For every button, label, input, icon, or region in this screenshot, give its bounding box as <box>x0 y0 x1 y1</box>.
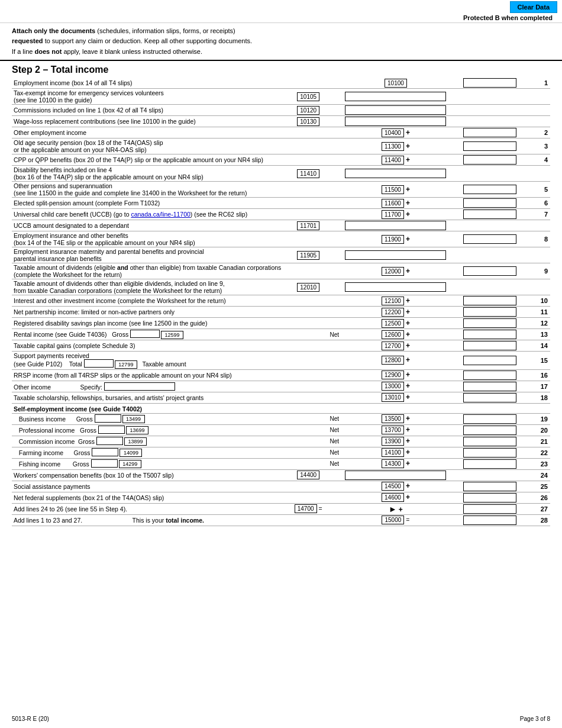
code-12000: 12000 <box>382 267 404 276</box>
code-10100: 10100 <box>385 79 407 88</box>
input-11500[interactable] <box>463 185 516 194</box>
code-11700: 11700 <box>382 210 404 219</box>
row-desc: Net federal supplements (box 21 of the T… <box>12 492 289 503</box>
plus-14600: + <box>406 493 410 501</box>
input-13010[interactable] <box>463 393 516 402</box>
input-11905[interactable] <box>345 250 446 260</box>
header-section: Attach only the documents (schedules, in… <box>0 23 562 60</box>
input-14299[interactable] <box>91 459 118 468</box>
input-13900[interactable] <box>463 437 516 446</box>
input-14300[interactable] <box>463 459 516 469</box>
input-14500[interactable] <box>463 482 516 491</box>
main-table: Employment income (box 14 of all T4 slip… <box>12 78 550 526</box>
plus-13900: + <box>406 437 410 445</box>
line-num-17: 17 <box>518 381 550 392</box>
input-11400[interactable] <box>463 155 516 165</box>
input-14600[interactable] <box>463 493 516 502</box>
input-12010[interactable] <box>345 282 446 292</box>
net-label-21: Net <box>328 436 343 447</box>
table-row: Taxable capital gains (complete Schedule… <box>12 340 550 352</box>
input-14400[interactable] <box>345 471 446 480</box>
row-desc: Wage-loss replacement contributions (see… <box>12 116 289 127</box>
input-10130[interactable] <box>345 117 446 126</box>
input-12799[interactable] <box>84 359 114 368</box>
row-desc: Other pensions and superannuation(see li… <box>12 182 289 198</box>
row-desc: Employment income (box 14 of all T4 slip… <box>12 78 289 89</box>
input-11600[interactable] <box>463 198 516 208</box>
input-11410[interactable] <box>345 169 446 178</box>
form-wrap: Employment income (box 14 of all T4 slip… <box>0 78 562 526</box>
table-row: Workers' compensation benefits (box 10 o… <box>12 469 550 481</box>
line-num-2: 2 <box>518 127 550 138</box>
plus-12200: + <box>406 308 410 316</box>
code-12500: 12500 <box>382 319 404 328</box>
row-desc: Other employment income <box>12 127 289 138</box>
input-14700[interactable] <box>463 504 516 514</box>
plus-13010: + <box>406 393 410 401</box>
row-desc: Tax-exempt income for emergency services… <box>12 89 289 105</box>
input-10105[interactable] <box>345 92 446 101</box>
row-desc: Taxable amount of dividends (eligible an… <box>12 263 289 279</box>
plus-11400: + <box>406 156 410 164</box>
top-right-section: Clear Data Protected B when completed <box>463 1 557 21</box>
arrow-right-icon: ► <box>389 504 397 514</box>
input-11900[interactable] <box>463 234 516 244</box>
table-row: Taxable amount of dividends other than e… <box>12 279 550 295</box>
input-12000[interactable] <box>463 266 516 276</box>
input-12900[interactable] <box>463 371 516 380</box>
input-12599[interactable] <box>130 330 160 338</box>
input-11700[interactable] <box>463 210 516 219</box>
input-14099[interactable] <box>92 448 118 456</box>
input-10400[interactable] <box>463 128 516 137</box>
table-row: Support payments received(see Guide P102… <box>12 352 550 370</box>
net-label-19: Net <box>328 413 343 424</box>
input-12700[interactable] <box>463 341 516 350</box>
table-row: Tax-exempt income for emergency services… <box>12 89 550 105</box>
input-13699[interactable] <box>98 426 125 434</box>
input-12800[interactable] <box>463 356 516 365</box>
table-row: CPP or QPP benefits (box 20 of the T4A(P… <box>12 154 550 166</box>
code-12799: 12799 <box>115 360 137 369</box>
code-11410: 11410 <box>297 169 319 178</box>
line-num-25: 25 <box>518 481 550 492</box>
input-10100[interactable] <box>463 78 516 88</box>
input-12200[interactable] <box>463 307 516 317</box>
input-12500[interactable] <box>463 318 516 328</box>
line-num-8: 8 <box>518 231 550 247</box>
input-12600[interactable] <box>463 330 516 339</box>
line-num-27: 27 <box>518 503 550 514</box>
line-num-16: 16 <box>518 369 550 381</box>
line-num-28: 28 <box>518 514 550 526</box>
input-other-specify[interactable] <box>104 382 175 391</box>
table-row: RRSP income (from all T4RSP slips or the… <box>12 369 550 381</box>
code-14100: 14100 <box>382 448 404 457</box>
input-15000[interactable] <box>463 516 516 525</box>
input-10120[interactable] <box>345 105 446 115</box>
input-13700[interactable] <box>463 426 516 435</box>
header-line1: Attach only the documents (schedules, in… <box>12 27 550 36</box>
input-12100[interactable] <box>463 296 516 305</box>
code-13010: 13010 <box>382 393 404 402</box>
step-title: Step 2 – Total income <box>0 60 562 78</box>
plus-27: + <box>399 505 403 514</box>
row-desc: Professional income Gross 13699 <box>12 424 289 436</box>
input-11701[interactable] <box>345 221 446 230</box>
plus-14300: + <box>406 459 410 468</box>
top-bar: Clear Data Protected B when completed <box>0 0 562 23</box>
input-13500[interactable] <box>463 414 516 424</box>
plus-12700: + <box>406 342 410 350</box>
input-13000[interactable] <box>463 382 516 391</box>
code-13499: 13499 <box>122 415 145 423</box>
code-12800: 12800 <box>382 356 404 365</box>
input-14100[interactable] <box>463 448 516 458</box>
input-13899[interactable] <box>96 437 123 445</box>
code-12599: 12599 <box>161 331 183 339</box>
plus-11900: + <box>406 235 410 243</box>
input-13499[interactable] <box>95 414 121 423</box>
clear-data-button[interactable]: Clear Data <box>510 1 557 13</box>
uccb-link[interactable]: canada.ca/line-11700 <box>131 211 190 218</box>
header-line2: requested to support any claim or deduct… <box>12 37 550 46</box>
line-num-26: 26 <box>518 492 550 503</box>
plus-13500: + <box>406 414 410 423</box>
input-11300[interactable] <box>463 141 516 151</box>
